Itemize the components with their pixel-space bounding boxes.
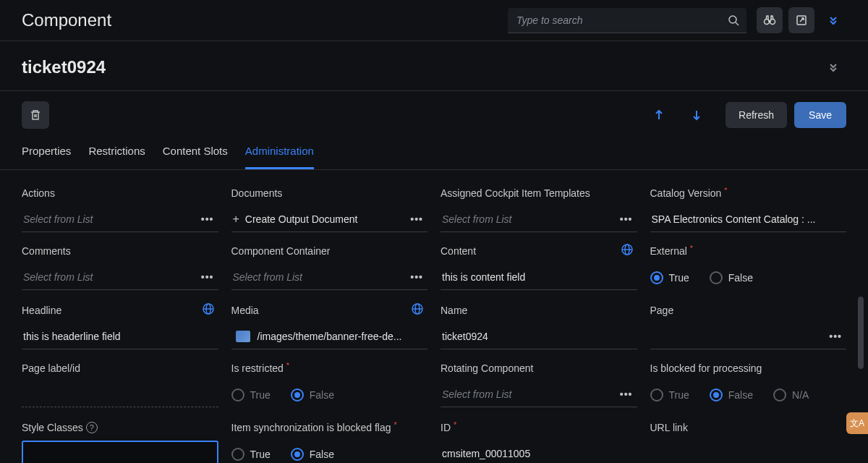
actions-label: Actions [22,187,218,199]
id-label: ID* [441,422,637,433]
more-icon[interactable]: ••• [407,213,426,225]
external-true-radio[interactable]: True [650,271,689,284]
is-restricted-label: Is restricted* [231,362,428,374]
delete-button[interactable] [22,101,49,129]
binoculars-button[interactable] [757,7,783,33]
catalog-version-label: Catalog Version* [650,187,847,199]
more-icon[interactable]: ••• [617,213,636,225]
url-link-label: URL link [650,422,847,433]
save-button[interactable]: Save [794,102,846,128]
documents-action[interactable]: + Create Output Document ••• [231,206,428,232]
component-container-label: Component Container [231,245,428,257]
search-container [508,8,746,33]
catalog-version-value[interactable]: SPA Electronics Content Catalog : ... [650,206,847,232]
globe-icon[interactable] [412,303,423,315]
external-false-radio[interactable]: False [710,271,753,284]
item-sync-false-radio[interactable]: False [291,448,334,461]
svg-rect-4 [768,20,771,22]
page-title: Component [22,10,508,30]
style-classes-input[interactable] [22,441,218,463]
actions-select[interactable]: Select from List ••• [22,206,218,232]
svg-line-1 [736,22,739,25]
more-icon[interactable]: ••• [198,271,217,283]
headline-label: Headline [22,305,218,316]
export-button[interactable] [788,7,814,33]
tab-restrictions[interactable]: Restrictions [88,145,145,169]
name-input[interactable]: ticket0924 [441,323,637,349]
expand-button[interactable] [820,7,846,33]
svg-point-0 [729,16,736,23]
content-input[interactable]: this is content field [441,264,637,290]
id-input[interactable]: cmsitem_00011005 [441,441,637,463]
content-label: Content [441,245,637,257]
is-blocked-false-radio[interactable]: False [710,388,753,402]
documents-label: Documents [231,187,428,199]
item-title: ticket0924 [22,57,820,77]
is-restricted-true-radio[interactable]: True [231,388,271,402]
arrow-up-button[interactable] [640,109,678,121]
assigned-templates-label: Assigned Cockpit Item Templates [441,187,637,199]
item-sync-true-radio[interactable]: True [231,448,271,461]
tab-properties[interactable]: Properties [22,145,71,169]
assigned-templates-select[interactable]: Select from List ••• [441,206,637,232]
page-label: Page [650,305,847,316]
comments-select[interactable]: Select from List ••• [22,264,218,290]
is-restricted-false-radio[interactable]: False [291,388,334,402]
page-select[interactable]: ••• [650,323,847,349]
page-label-id-label: Page label/id [22,362,218,374]
more-icon[interactable]: ••• [407,271,426,283]
help-icon[interactable]: ? [86,422,98,433]
name-label: Name [441,305,637,316]
comments-label: Comments [22,245,218,257]
rotating-component-select[interactable]: Select from List ••• [441,381,637,407]
is-blocked-na-radio[interactable]: N/A [773,388,809,402]
media-label: Media [231,305,428,316]
plus-icon: + [233,213,239,226]
collapse-button[interactable] [820,54,846,80]
style-classes-label: Style Classes ? [22,422,218,433]
is-blocked-label: Is blocked for processing [650,362,847,374]
item-sync-label: Item synchronization is blocked flag* [231,422,428,433]
headline-input[interactable]: this is headerline field [22,323,218,349]
globe-icon[interactable] [621,244,633,255]
search-icon[interactable] [728,14,739,26]
rotating-component-label: Rotating Component [441,362,637,374]
tab-administration[interactable]: Administration [245,145,314,169]
more-icon[interactable]: ••• [617,388,636,400]
globe-icon[interactable] [203,303,214,315]
arrow-down-button[interactable] [678,109,715,121]
more-icon[interactable]: ••• [198,213,217,225]
media-thumbnail-icon [236,331,250,342]
side-badge[interactable]: 文A [846,412,868,434]
external-label: External* [650,245,847,257]
refresh-button[interactable]: Refresh [726,102,787,128]
tab-content-slots[interactable]: Content Slots [163,145,228,169]
component-container-select[interactable]: Select from List ••• [231,264,428,290]
scrollbar[interactable] [858,297,864,369]
page-label-id-input[interactable] [22,381,218,407]
search-input[interactable] [508,8,746,33]
more-icon[interactable]: ••• [826,331,845,342]
media-input[interactable]: /images/theme/banner-free-de... [231,323,428,349]
is-blocked-true-radio[interactable]: True [650,388,689,402]
